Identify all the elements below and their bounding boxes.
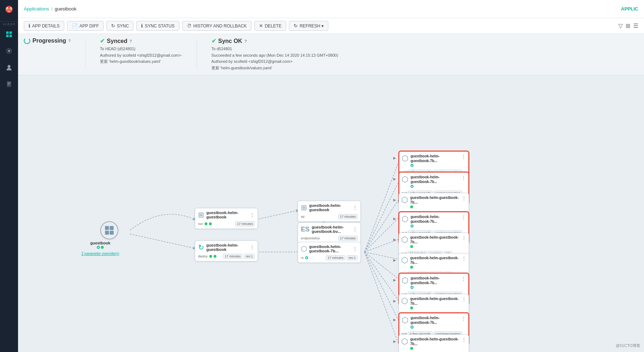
pod-8-menu[interactable]: ⋮	[461, 316, 466, 321]
svc-footer: svc 17 minutes	[195, 221, 258, 229]
refresh-icon: ↻	[294, 23, 298, 29]
pod-4-inner: ⬡ guestbook-helm-guestbook-7b... ⋮	[399, 233, 469, 250]
synced-detail2: Authored by scofield <shigf2012@gmail.co…	[100, 52, 182, 59]
pod-9-menu[interactable]: ⋮	[461, 337, 466, 343]
pod-2-menu[interactable]: ⋮	[461, 195, 466, 201]
pod-6-icon: ⬡	[402, 276, 408, 285]
sidebar-item-apps[interactable]	[0, 26, 18, 43]
pod-4-name: guestbook-helm-guestbook-7b...	[410, 235, 459, 244]
history-rollback-button[interactable]: ⏱ HISTORY AND ROLLBACK	[182, 21, 251, 31]
pod-1-dot	[411, 185, 413, 188]
expand-arrow-6: ▶	[393, 278, 396, 282]
progressing-label: Progressing	[32, 38, 66, 44]
sync-button[interactable]: ↻ SYNC	[106, 21, 133, 31]
synced-detail3: 更新 'helm-guestbook/values.yaml'	[100, 58, 182, 65]
ep-menu[interactable]: ⋮	[352, 205, 358, 210]
synced-detail1: To HEAD (d524801)	[100, 46, 182, 52]
refresh-label: REFRESH ▾	[299, 23, 324, 29]
pod-2-dot	[410, 205, 413, 208]
svc-menu[interactable]: ⋮	[250, 212, 255, 218]
rs-node[interactable]: ⬡ guestbook-helm-guestbook-7b... ⋮ rs 17…	[298, 242, 361, 263]
endpointslice-node[interactable]: ES guestbook-helm-guestbook-bv... ⋮ endp…	[298, 222, 361, 243]
sidebar-item-settings[interactable]	[0, 43, 18, 59]
ep-type: ep	[301, 215, 305, 218]
pod-9-dot	[410, 347, 413, 350]
status-separator-2	[197, 39, 197, 70]
ep-node[interactable]: ⊞ guestbook-helm-guestbook ⋮ ep 17 minut…	[298, 201, 361, 222]
svc-dot1	[205, 222, 207, 225]
app-details-button[interactable]: ℹ APP DETAILS	[24, 21, 64, 31]
synced-help[interactable]: ?	[130, 39, 132, 43]
canvas-inner: guestbook 2 parameter override(s) ⊞ gues…	[18, 75, 559, 352]
applic-label: APPLIC	[621, 6, 638, 12]
pod-3-menu[interactable]: ⋮	[461, 214, 466, 220]
status-progressing: Progressing ?	[24, 38, 71, 71]
rs-title: guestbook-helm-guestbook-7b...	[309, 244, 350, 253]
expand-arrow-7: ▶	[393, 299, 396, 303]
pod-7-menu[interactable]: ⋮	[461, 296, 466, 302]
sync-status-button[interactable]: ℹ SYNC STATUS	[136, 21, 179, 31]
topology-icon[interactable]: ⊞	[626, 22, 630, 29]
pod-node-9[interactable]: ⬡ guestbook-helm-guestbook-7b... ⋮ pod 1…	[399, 334, 469, 352]
svg-point-4	[10, 8, 12, 9]
pod-7-dots	[410, 307, 459, 309]
expand-arrow-8: ▶	[393, 318, 396, 322]
pod-7-dot	[410, 307, 413, 309]
topbar: Applications / guestbook APPLIC	[18, 0, 644, 18]
app-dot-2	[101, 246, 104, 249]
toolbar: ℹ APP DETAILS 📄 APP DIFF ↻ SYNC ℹ SYNC S…	[18, 18, 644, 34]
app-overrides[interactable]: 2 parameter override(s)	[82, 252, 119, 256]
history-icon: ⏱	[187, 23, 192, 29]
pod-9-info: guestbook-helm-guestbook-7b...	[410, 337, 459, 350]
pod-4-menu[interactable]: ⋮	[461, 235, 466, 241]
pod-7-name: guestbook-helm-guestbook-7b...	[410, 296, 459, 306]
pod-6-menu[interactable]: ⋮	[461, 276, 466, 282]
deploy-node[interactable]: ↻ guestbook-helm-guestbook ⋮ deploy 17 m…	[195, 240, 258, 261]
svc-icon: ⊞	[198, 210, 204, 219]
pod-5-dot	[410, 266, 413, 269]
svg-rect-6	[9, 31, 12, 34]
pod-3-dots	[411, 225, 459, 227]
pod-8-icon: ⬡	[402, 316, 408, 325]
endpointslice-menu[interactable]: ⋮	[352, 226, 358, 232]
ep-time: 17 minutes	[338, 214, 358, 219]
status-separator-1	[85, 39, 86, 70]
svg-rect-18	[110, 231, 114, 235]
synced-title: ✔ Synced ?	[100, 38, 182, 44]
filter-icon[interactable]: ▽	[618, 22, 623, 29]
sidebar-item-user[interactable]	[0, 59, 18, 76]
svg-rect-7	[6, 35, 9, 37]
ep-icon: ⊞	[301, 203, 307, 212]
delete-button[interactable]: ✕ DELETE	[254, 21, 286, 31]
breadcrumb-applications[interactable]: Applications	[24, 6, 49, 12]
status-synced: ✔ Synced ? To HEAD (d524801) Authored by…	[100, 38, 182, 71]
topology-canvas[interactable]: guestbook 2 parameter override(s) ⊞ gues…	[18, 75, 644, 352]
statusbar: Progressing ? ✔ Synced ? To HEAD (d52480…	[18, 34, 644, 75]
pod-5-menu[interactable]: ⋮	[461, 256, 466, 261]
pod-2-info: guestbook-helm-guestbook-7b...	[410, 195, 459, 208]
syncok-title: ✔ Sync OK ?	[211, 38, 338, 44]
refresh-button[interactable]: ↻ REFRESH ▾	[289, 21, 328, 31]
pod-3-info: guestbook-helm-guestbook-7b...	[411, 214, 459, 227]
pod-3-icon: ⬡	[402, 214, 408, 224]
app-root-node[interactable]	[100, 221, 118, 239]
pod-1-menu[interactable]: ⋮	[461, 175, 466, 181]
expand-arrow-5: ▶	[393, 258, 396, 262]
sync-status-icon: ℹ	[141, 23, 143, 29]
pod-0-icon: ⬡	[402, 154, 408, 163]
rs-menu[interactable]: ⋮	[352, 246, 358, 252]
sync-icon: ↻	[111, 23, 115, 29]
list-icon[interactable]: ☰	[633, 22, 638, 29]
progressing-help[interactable]: ?	[68, 39, 71, 43]
deploy-time: 17 minutes	[223, 254, 242, 259]
app-diff-button[interactable]: 📄 APP DIFF	[67, 21, 104, 31]
progressing-icon	[24, 38, 30, 44]
deploy-menu[interactable]: ⋮	[250, 244, 255, 250]
syncok-help[interactable]: ?	[244, 39, 247, 43]
svc-node[interactable]: ⊞ guestbook-helm-guestbook ⋮ svc 17 minu…	[195, 208, 258, 229]
pod-3-dot	[411, 225, 413, 227]
sidebar-item-docs[interactable]	[0, 76, 18, 92]
svg-rect-15	[105, 226, 109, 230]
pod-0-menu[interactable]: ⋮	[461, 154, 466, 160]
breadcrumb-current: guestbook	[55, 6, 76, 12]
